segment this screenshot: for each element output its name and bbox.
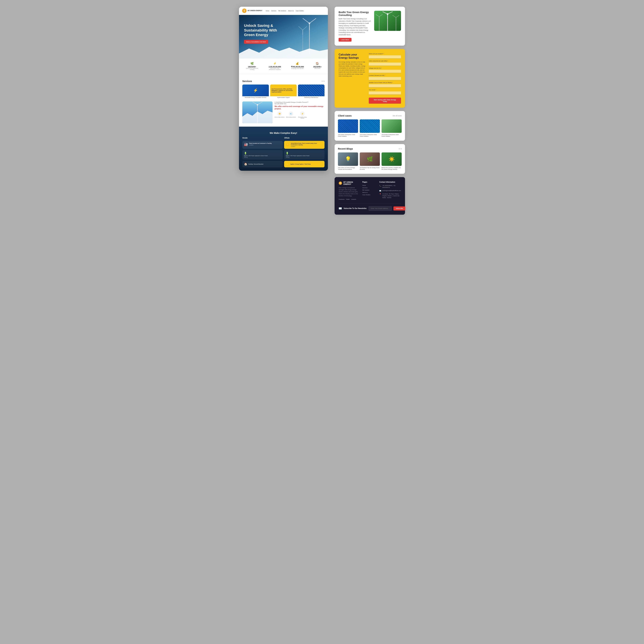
solar-icon: ☀️	[277, 111, 282, 116]
rooftop-icon: 🏠	[244, 163, 247, 166]
blog-title-2: 10 Practical Tips for Going Green at Hom…	[360, 167, 380, 170]
learn-more-button[interactable]: Learn More	[339, 38, 352, 42]
footer-logo-text: BT GREEN ENERGY	[343, 181, 359, 185]
footer-logo: BT GREEN ENERGY	[339, 181, 359, 185]
complexity-answer: Not with Bodhi Tree.	[275, 103, 325, 104]
svg-point-17	[257, 104, 258, 105]
offsite-label: Offsite	[284, 137, 325, 139]
footer-link-about[interactable]: About us	[362, 192, 376, 193]
services-nav: 3 / 4	[321, 80, 325, 82]
service-img-1: ⚡	[242, 85, 269, 96]
svg-point-23	[387, 13, 388, 15]
complexity-icons: ☀️ Solar energy solutions 💨 Wind energy …	[275, 111, 325, 119]
placement-grid: 🏭 Plant located at Customer's Facility L…	[242, 141, 325, 149]
blog-img-1: 💡	[338, 152, 358, 166]
stat-co2-label: tons of CO2 saved and counting	[245, 68, 259, 70]
footer-description: Solar energy is exceptional synergies wi…	[339, 187, 359, 197]
facebook-link[interactable]: Facebook	[339, 199, 344, 200]
stat-co2-value: 1823250+	[245, 66, 259, 68]
calc-label-email: Your email *	[369, 89, 401, 91]
calc-field-units: Units consumed (in Lakh kWh) *	[369, 60, 401, 66]
newsletter-input[interactable]	[369, 206, 392, 211]
blog-img-3: ☀️	[382, 152, 402, 166]
blog-card-1[interactable]: 💡 The Future of Green Energy: Trends and…	[338, 152, 358, 170]
client-card-title-2: The Amber Enterprises Solar Panel Initia…	[360, 134, 380, 137]
blog-grid: 💡 The Future of Green Energy: Trends and…	[338, 152, 402, 170]
right-panel: Bodhi Tree Green Energy Consulting Bodhi…	[335, 7, 405, 215]
footer-contact-title: Contact Information	[379, 181, 401, 183]
hero-section: Unlock Saving & Sustainability With Gree…	[239, 15, 328, 59]
logo[interactable]: BT GREEN ENERGY	[242, 8, 262, 13]
calc-input-units[interactable]	[369, 63, 401, 66]
calc-submit-button[interactable]: Start Saving with Clean Energy Today	[369, 98, 401, 104]
calc-input-demand[interactable]	[369, 77, 401, 80]
placement-offsite-subtitle: Location	[291, 146, 323, 147]
co2-icon: 🌿	[245, 62, 259, 65]
complexity-icon-text-1: Solar energy solutions	[275, 117, 285, 118]
nav-about[interactable]: About Us	[288, 10, 294, 12]
power-text-1: Approx. 20% Power replaced to Green Powe…	[244, 155, 281, 156]
calc-field-demand: Contract Demand (in kVA) *	[369, 75, 401, 80]
complexity-section: Is Switching to Renewable Energy a Compl…	[239, 101, 328, 127]
hero-cta-button[interactable]: Book a Consultation Call Now!	[244, 40, 268, 44]
client-card-3[interactable]: The Amber Enterprises Solar Panel Initia…	[382, 119, 402, 137]
footer: BT GREEN ENERGY Solar energy is exceptio…	[335, 177, 405, 215]
calc-label-units: Units consumed (in Lakh kWh) *	[369, 60, 401, 62]
footer-pages-title: Pages	[362, 181, 376, 183]
placement-card-onsite: 🏭 Plant located at Customer's Facility L…	[242, 141, 283, 149]
calc-input-voltage[interactable]	[369, 70, 401, 73]
client-cases-header: Client cases See all cases	[338, 114, 402, 117]
blog-nav: 3 / 4	[399, 148, 402, 150]
nav-services[interactable]: Services	[271, 10, 276, 12]
stat-lives: 🏠 3521845+ lives saved	[313, 62, 321, 70]
footer-phone-text: +91-9920036961, +91 9920036278	[382, 185, 401, 188]
power-icon-1: 🔋	[244, 152, 281, 154]
placement-card-offsite: ☀️ Solar/Wind-Solar Park located away fr…	[284, 141, 325, 149]
captive-card: ⚡ Captive / Group Captive / Third Party	[284, 161, 325, 167]
mountain-silhouette	[239, 45, 328, 59]
footer-link-home[interactable]: Home	[362, 185, 376, 186]
footer-link-services[interactable]: Services	[362, 187, 376, 189]
calc-input-variable-cost[interactable]	[369, 84, 401, 87]
calc-description: Our energy savings calculator is here to…	[339, 61, 365, 77]
social-links: Facebook Twitter LinkedIn	[339, 199, 359, 200]
client-img-2	[360, 119, 380, 133]
calc-label-voltage: Voltage level (in KV) *	[369, 67, 401, 69]
footer-link-re[interactable]: RE Solution	[362, 189, 376, 191]
client-card-1[interactable]: The Amber Enterprises Solar Panel Initia…	[338, 119, 358, 137]
phone-icon: 📞	[379, 185, 381, 187]
linkedin-link[interactable]: LinkedIn	[351, 199, 356, 200]
footer-address: 📍 C/o-Desk, 7th Floor, Platina Heights, …	[379, 193, 401, 199]
blog-card-3[interactable]: ☀️ Behind the Scenes: Insights into the …	[382, 152, 402, 170]
footer-link-cases[interactable]: Case Studies	[362, 194, 376, 196]
energy-icon: ⚡	[300, 111, 305, 116]
service-label-1: Renewable Energy Consultation Services	[242, 97, 269, 98]
services-header: Services 3 / 4	[242, 80, 325, 83]
client-cases-section: Client cases See all cases The Amber Ent…	[335, 111, 405, 141]
twitter-link[interactable]: Twitter	[346, 199, 350, 200]
onsite-label: Onsite	[242, 137, 283, 139]
client-card-2[interactable]: The Amber Enterprises Solar Panel Initia…	[360, 119, 380, 137]
nav-case-studies[interactable]: Case Studies	[296, 10, 304, 12]
nav-re-solutions[interactable]: RE Solutions	[278, 10, 286, 12]
placement-onsite-info: Plant located at Customer's Facility Loc…	[249, 143, 272, 146]
lives-icon: 🏠	[313, 62, 321, 65]
stat-lives-value: 3521845+	[313, 66, 321, 68]
rooftop-grid: 🏠 Rooftop / Ground Mounted ⚡ Captive / G…	[242, 161, 325, 167]
see-all-cases[interactable]: See all cases	[393, 115, 402, 117]
complexity-icon-text-2: Wind energy solutions	[286, 117, 296, 118]
make-easy-title: We Make Complex Easy!	[242, 132, 325, 134]
nav-home[interactable]: Home	[266, 10, 269, 12]
blog-card-2[interactable]: 🌿 10 Practical Tips for Going Green at H…	[360, 152, 380, 170]
power-badge-2: Saving	[286, 157, 323, 158]
calculator-card: Calculate your Energy Savings Our energy…	[335, 49, 405, 108]
complexity-icon-3: ⚡ Renewable energy services	[297, 111, 307, 119]
placement-onsite-subtitle: Location	[249, 144, 272, 146]
services-section: Services 3 / 4 ⚡ Renewable Energy Consul…	[239, 76, 328, 101]
rooftop-card: 🏠 Rooftop / Ground Mounted	[242, 161, 283, 167]
newsletter-submit-button[interactable]: Subscribe	[393, 206, 406, 210]
company-name: Bodhi Tree Green Energy Consulting	[339, 11, 371, 16]
calc-input-location[interactable]	[369, 55, 401, 59]
calc-input-email[interactable]	[369, 91, 401, 95]
email-icon: ✉️	[379, 190, 381, 192]
